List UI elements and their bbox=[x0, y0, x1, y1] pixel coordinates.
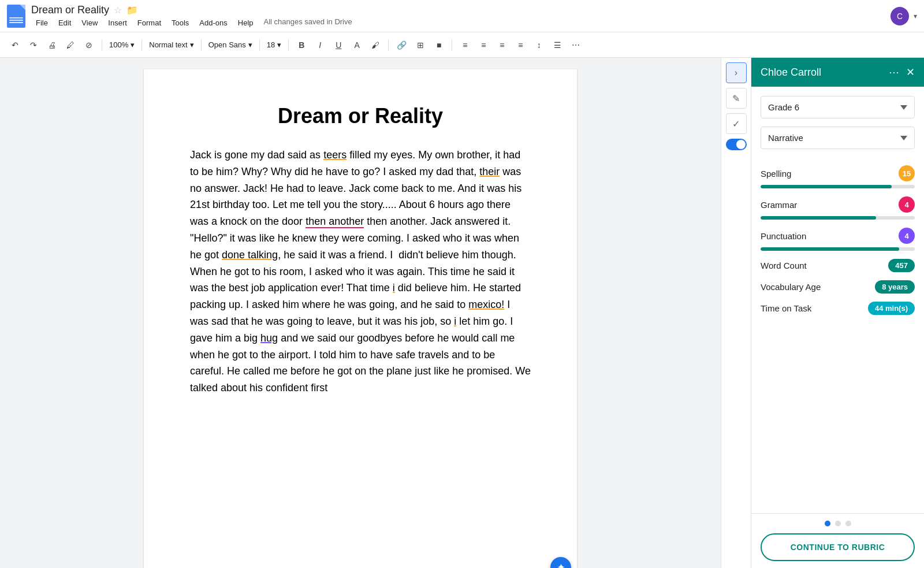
panel-close-icon[interactable]: ✕ bbox=[906, 66, 915, 79]
highlight-button[interactable]: 🖌 bbox=[367, 37, 383, 53]
menu-addons[interactable]: Add-ons bbox=[195, 17, 232, 28]
top-bar-right: C ▾ bbox=[891, 7, 917, 25]
grade-select[interactable]: Grade 6 Grade 7 Grade 8 bbox=[761, 96, 915, 118]
font-select[interactable]: Open Sans ▾ bbox=[206, 37, 255, 53]
vocabulary-label: Vocabulary Age bbox=[761, 282, 821, 292]
star-icon[interactable]: ☆ bbox=[114, 5, 122, 16]
magic-button[interactable]: ✦ bbox=[550, 557, 571, 568]
side-pen-button[interactable]: ✎ bbox=[726, 88, 747, 109]
spelling-row: Spelling 15 bbox=[761, 165, 915, 181]
punctuation-row: Punctuation 4 bbox=[761, 228, 915, 244]
punctuation-badge: 4 bbox=[899, 228, 915, 244]
redo-button[interactable]: ↷ bbox=[25, 37, 42, 53]
text-style-select[interactable]: Normal text ▾ bbox=[147, 37, 196, 53]
more-button[interactable]: ⋯ bbox=[568, 37, 584, 53]
dot-3[interactable] bbox=[845, 521, 851, 526]
dot-indicators bbox=[825, 521, 851, 526]
bold-button[interactable]: B bbox=[293, 37, 310, 53]
grammar-badge: 4 bbox=[899, 196, 915, 213]
avatar[interactable]: C bbox=[891, 7, 909, 25]
menu-format[interactable]: Format bbox=[133, 17, 166, 28]
toggle-container bbox=[726, 139, 747, 150]
doc-title: Dream or Reality ☆ 📁 bbox=[31, 4, 352, 16]
menu-edit[interactable]: Edit bbox=[54, 17, 76, 28]
side-expand-button[interactable]: › bbox=[726, 62, 747, 83]
list-button[interactable]: ☰ bbox=[549, 37, 565, 53]
punctuation-progress-fill bbox=[761, 247, 899, 251]
undo-button[interactable]: ↶ bbox=[7, 37, 23, 53]
doc-title-area: Dream or Reality ☆ 📁 File Edit View Inse… bbox=[31, 4, 352, 28]
spelling-badge: 15 bbox=[899, 165, 915, 181]
chevron-right-icon: › bbox=[735, 68, 737, 78]
dot-2[interactable] bbox=[835, 521, 841, 526]
align-left-button[interactable]: ≡ bbox=[457, 37, 473, 53]
toggle-switch[interactable] bbox=[726, 139, 747, 150]
doc-body-text: Jack is gone my dad said as teers filled… bbox=[190, 147, 531, 396]
justify-button[interactable]: ≡ bbox=[512, 37, 528, 53]
grammar-error-then-another: then another bbox=[305, 216, 364, 228]
doc-heading: Dream or Reality bbox=[190, 104, 531, 128]
underline-button[interactable]: U bbox=[330, 37, 346, 53]
doc-icon bbox=[7, 5, 25, 28]
font-size-select[interactable]: 18 ▾ bbox=[264, 37, 284, 53]
toolbar: ↶ ↷ 🖨 🖊 ⊘ 100% ▾ Normal text ▾ Open Sans… bbox=[0, 32, 924, 58]
image-button[interactable]: ⊞ bbox=[412, 37, 429, 53]
continue-to-rubric-button[interactable]: CONTINUE TO RUBRIC bbox=[761, 533, 915, 561]
chevron-down-icon[interactable]: ▾ bbox=[914, 12, 917, 20]
magic-icon: ✦ bbox=[557, 561, 565, 568]
pen-icon: ✎ bbox=[732, 93, 740, 104]
align-right-button[interactable]: ≡ bbox=[494, 37, 510, 53]
align-center-button[interactable]: ≡ bbox=[475, 37, 491, 53]
right-panel: Chloe Carroll ⋯ ✕ Grade 6 Grade 7 Grade … bbox=[751, 58, 924, 568]
folder-icon[interactable]: 📁 bbox=[126, 5, 138, 16]
menu-bar: File Edit View Insert Format Tools Add-o… bbox=[31, 17, 352, 28]
top-bar: Dream or Reality ☆ 📁 File Edit View Inse… bbox=[0, 0, 924, 32]
paint-format-button[interactable]: 🖊 bbox=[62, 37, 79, 53]
punctuation-progress-container bbox=[761, 247, 915, 251]
panel-header: Chloe Carroll ⋯ ✕ bbox=[751, 58, 924, 87]
time-on-task-badge: 44 min(s) bbox=[868, 302, 915, 315]
vocabulary-badge: 8 years bbox=[875, 280, 915, 294]
panel-footer: CONTINUE TO RUBRIC bbox=[751, 513, 924, 568]
separator-6 bbox=[388, 39, 389, 51]
menu-insert[interactable]: Insert bbox=[103, 17, 132, 28]
save-status: All changes saved in Drive bbox=[264, 17, 352, 28]
time-on-task-label: Time on Task bbox=[761, 303, 811, 313]
italic-button[interactable]: I bbox=[312, 37, 328, 53]
drawing-button[interactable]: ■ bbox=[431, 37, 447, 53]
print-button[interactable]: 🖨 bbox=[44, 37, 60, 53]
link-button[interactable]: 🔗 bbox=[393, 37, 410, 53]
separator-5 bbox=[288, 39, 289, 51]
panel-title: Chloe Carroll bbox=[761, 66, 821, 79]
vocab-hug: hug bbox=[260, 332, 278, 344]
check-icon: ✓ bbox=[732, 118, 740, 129]
separator-4 bbox=[259, 39, 260, 51]
spelling-error-done-talking: done talking bbox=[222, 249, 278, 261]
doc-area[interactable]: Dream or Reality Jack is gone my dad sai… bbox=[0, 58, 721, 568]
type-select[interactable]: Narrative Argumentative Expository bbox=[761, 127, 915, 149]
panel-body: Grade 6 Grade 7 Grade 8 Narrative Argume… bbox=[751, 87, 924, 513]
side-toolbar: › ✎ ✓ bbox=[721, 58, 751, 568]
grammar-progress-fill bbox=[761, 216, 876, 220]
grammar-error-i: i bbox=[393, 282, 395, 294]
zoom-select[interactable]: 100% ▾ bbox=[107, 37, 137, 53]
dot-1[interactable] bbox=[825, 521, 830, 526]
menu-tools[interactable]: Tools bbox=[167, 17, 193, 28]
line-spacing-button[interactable]: ↕ bbox=[531, 37, 547, 53]
separator-7 bbox=[452, 39, 452, 51]
menu-file[interactable]: File bbox=[31, 17, 53, 28]
spelling-error-teers: teers bbox=[323, 149, 346, 161]
spelling-label: Spelling bbox=[761, 169, 791, 179]
panel-more-icon[interactable]: ⋯ bbox=[889, 66, 899, 79]
grammar-progress-container bbox=[761, 216, 915, 220]
doc-title-text: Dream or Reality bbox=[31, 4, 109, 16]
word-count-badge: 457 bbox=[888, 259, 915, 272]
text-color-button[interactable]: A bbox=[349, 37, 365, 53]
clone-format-button[interactable]: ⊘ bbox=[81, 37, 97, 53]
grammar-row: Grammar 4 bbox=[761, 196, 915, 213]
side-check-button[interactable]: ✓ bbox=[726, 113, 747, 134]
separator-3 bbox=[201, 39, 202, 51]
menu-help[interactable]: Help bbox=[233, 17, 258, 28]
menu-view[interactable]: View bbox=[77, 17, 102, 28]
separator-1 bbox=[102, 39, 102, 51]
